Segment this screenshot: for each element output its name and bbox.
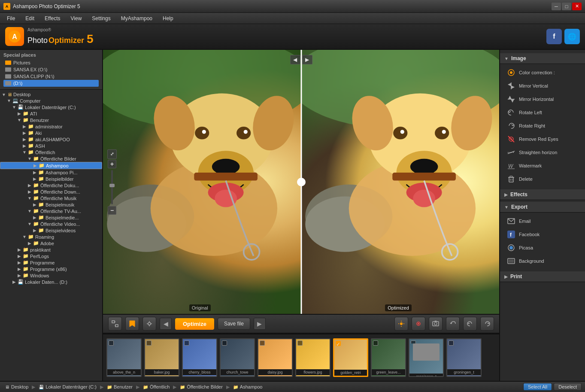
- breadcrumb-desktop[interactable]: 🖥 Desktop: [3, 383, 30, 390]
- thumb-church[interactable]: church_towe: [220, 338, 255, 377]
- tree-ashampoo-folder[interactable]: ▶ 📁 Ashampoo: [0, 162, 102, 169]
- email-button[interactable]: Email: [502, 215, 583, 228]
- thumb-daisy[interactable]: daisy.jpg: [258, 338, 293, 377]
- mirror-horizontal-button[interactable]: Mirror Horizontal: [502, 93, 583, 106]
- menu-item-help[interactable]: Help: [158, 15, 178, 22]
- menu-item-view[interactable]: View: [67, 15, 86, 22]
- undo-button[interactable]: [446, 317, 460, 331]
- zoom-fit-toolbar-button[interactable]: [108, 317, 122, 331]
- breadcrumb-c-drive[interactable]: 💾 Lokaler Datenträger (C:): [37, 383, 98, 390]
- menu-item-edit[interactable]: Edit: [21, 15, 39, 22]
- thumb-green-leaves[interactable]: green_leave...: [371, 338, 406, 377]
- thumb-checkbox[interactable]: [146, 340, 152, 346]
- minimize-button[interactable]: ─: [552, 3, 561, 10]
- sp-sansa-ex[interactable]: SANSA EX (O:\): [3, 66, 99, 73]
- menu-item-settings[interactable]: Settings: [88, 15, 115, 22]
- tree-aki[interactable]: ▶ 📁 Aki: [0, 130, 102, 136]
- tree-beispielvideos[interactable]: ▶ 📁 Beispielvideos: [0, 227, 102, 234]
- thumb-golden[interactable]: ✓ golden_retri: [333, 338, 368, 377]
- tree-beispielmedie[interactable]: ▶ 📁 Beispielmedie...: [0, 214, 102, 221]
- tree-oeffentlich[interactable]: ▼ 📁 Öffentlich: [0, 149, 102, 155]
- rotate-right-action-button[interactable]: Rotate Right: [502, 119, 583, 132]
- straighten-horizon-button[interactable]: Straighten horizon: [502, 146, 583, 159]
- background-button[interactable]: Background: [502, 255, 583, 267]
- tree-oeffentliche-tv[interactable]: ▼ 📁 Öffentliche TV-Au...: [0, 208, 102, 214]
- optimize-button[interactable]: Optimize: [175, 318, 214, 330]
- image-section-header[interactable]: ▼ Image: [500, 53, 585, 64]
- sp-sansa-clipp[interactable]: SANSA CLIPP (N:\): [3, 73, 99, 80]
- tree-desktop[interactable]: ▼ 🖥 Desktop: [0, 91, 102, 97]
- tree-aki-ashampoo[interactable]: ▶ 📁 aki.ASHAMPOO: [0, 136, 102, 143]
- tree-programme[interactable]: ▶ 📁 Programme: [0, 259, 102, 266]
- tree-programme-x86[interactable]: ▶ 📁 Programme (x86): [0, 266, 102, 272]
- zoom-fit-button[interactable]: ⤢: [107, 149, 117, 159]
- tree-oeffentliche-bilder[interactable]: ▼ 📁 Öffentliche Bilder: [0, 155, 102, 162]
- picasa-button[interactable]: Picasa: [502, 241, 583, 254]
- thumb-checkbox[interactable]: [260, 340, 265, 346]
- thumb-groningen1[interactable]: groningen_t: [409, 338, 444, 377]
- tree-beispielbilder[interactable]: ▶ 📁 Beispielbilder: [0, 176, 102, 182]
- menu-item-file[interactable]: File: [3, 15, 19, 22]
- photo-button[interactable]: [429, 317, 443, 331]
- breadcrumb-oeffentlich[interactable]: 📁 Öffentlich: [141, 383, 171, 390]
- rotate-right-button[interactable]: [480, 317, 494, 331]
- rotate-left-action-button[interactable]: Rotate Left: [502, 106, 583, 119]
- settings-toolbar-button[interactable]: [142, 317, 156, 331]
- menu-item-effects[interactable]: Effects: [40, 15, 64, 22]
- color-correction-button[interactable]: Color correction :: [502, 66, 583, 79]
- tree-praktikant[interactable]: ▶ 📁 praktikant: [0, 246, 102, 253]
- bookmark-toolbar-button[interactable]: [125, 317, 139, 331]
- tree-beispielmusik[interactable]: ▶ 📁 Beispielmusik: [0, 201, 102, 208]
- menu-item-myashampoo[interactable]: MyAshampoo: [117, 15, 157, 22]
- thumb-flowers[interactable]: flowers.jpg: [295, 338, 330, 377]
- tree-roaming[interactable]: ▼ 📁 Roaming: [0, 234, 102, 240]
- website-button[interactable]: 🌐: [564, 29, 580, 44]
- select-all-button[interactable]: Select All: [523, 383, 552, 391]
- tree-oeffentliche-doku[interactable]: ▶ 📁 Öffentliche Doku...: [0, 182, 102, 188]
- thumb-checkbox[interactable]: [184, 340, 189, 346]
- thumb-above[interactable]: above_the_n: [106, 338, 142, 377]
- nav-left-button[interactable]: ◀: [290, 55, 300, 64]
- delete-button[interactable]: Delete: [502, 173, 583, 185]
- breadcrumb-bilder[interactable]: 📁 Öffentliche Bilder: [178, 383, 224, 390]
- effects-section-header[interactable]: ▶ Effects: [500, 189, 585, 200]
- prev-image-button[interactable]: ◀: [160, 318, 172, 330]
- sp-pictures[interactable]: Pictures: [3, 59, 99, 66]
- sun-button[interactable]: [394, 317, 408, 331]
- tree-perflogs[interactable]: ▶ 📁 PerfLogs: [0, 253, 102, 259]
- facebook-button[interactable]: f: [546, 29, 562, 44]
- thumb-checkbox[interactable]: ✓: [336, 341, 341, 346]
- tree-d-drive[interactable]: ▶ 💾 Lokaler Daten... (D:): [0, 279, 102, 285]
- thumb-checkbox[interactable]: [373, 340, 378, 346]
- thumb-baker[interactable]: baker.jpg: [144, 338, 179, 377]
- breadcrumb-benutzer[interactable]: 📁 Benutzer: [105, 383, 134, 390]
- thumb-cherry[interactable]: cherry_bloss: [182, 338, 217, 377]
- tree-ash[interactable]: ▶ 📁 ASH: [0, 143, 102, 149]
- zoom-in-button[interactable]: +: [108, 160, 116, 168]
- next-image-button[interactable]: ▶: [254, 318, 266, 330]
- tree-ashampoo-pi[interactable]: ▶ 📁 Ashampoo Pi...: [0, 169, 102, 176]
- tree-administrator[interactable]: ▶ 📁 administrator: [0, 123, 102, 130]
- red-eye-button[interactable]: [412, 317, 425, 331]
- tree-c-drive[interactable]: ▼ 💾 Lokaler Datenträger (C:): [0, 104, 102, 110]
- export-section-header[interactable]: ▼ Export: [500, 202, 585, 213]
- thumb-checkbox[interactable]: [449, 340, 454, 346]
- maximize-button[interactable]: □: [562, 3, 571, 10]
- watermark-button[interactable]: W Watermark: [502, 159, 583, 172]
- tree-oeffentliche-down[interactable]: ▶ 📁 Öffentliche Down...: [0, 188, 102, 195]
- remove-red-eyes-button[interactable]: Remove Red Eyes: [502, 133, 583, 146]
- close-button[interactable]: ✕: [572, 3, 582, 10]
- tree-ati[interactable]: ▶ 📁 ATI: [0, 110, 102, 117]
- split-handle[interactable]: [297, 178, 306, 186]
- sp-d-drive[interactable]: (D:\): [3, 80, 99, 87]
- tree-oeffentliche-musik[interactable]: ▼ 📁 Öffentliche Musik: [0, 195, 102, 201]
- thumb-groningen2[interactable]: groningen_t: [446, 338, 482, 377]
- print-section-header[interactable]: ▶ Print: [500, 271, 585, 282]
- tree-computer[interactable]: ▼ 💻 Computer: [0, 97, 102, 104]
- mirror-vertical-button[interactable]: Mirror Vertical: [502, 79, 583, 92]
- rotate-left-button[interactable]: [463, 317, 477, 331]
- thumb-checkbox[interactable]: [109, 340, 114, 346]
- facebook-export-button[interactable]: f Facebook: [502, 228, 583, 241]
- tree-adobe[interactable]: ▶ 📁 Adobe: [0, 240, 102, 246]
- zoom-out-button[interactable]: −: [108, 206, 116, 215]
